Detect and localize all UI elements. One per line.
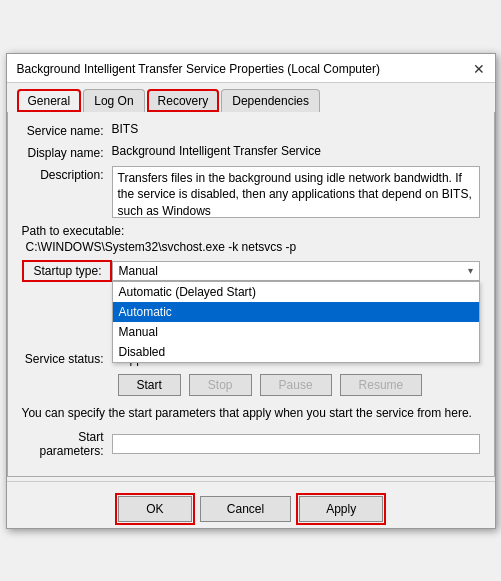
path-value: C:\WINDOWS\System32\svchost.exe -k netsv… (22, 240, 480, 254)
apply-button[interactable]: Apply (299, 496, 383, 522)
startup-type-select[interactable]: Manual ▾ (112, 261, 480, 281)
startup-type-dropdown-container: Manual ▾ Automatic (Delayed Start) Autom… (112, 261, 480, 281)
stop-button[interactable]: Stop (189, 374, 252, 396)
service-name-label: Service name: (22, 122, 112, 138)
tab-content: Service name: BITS Display name: Backgro… (7, 112, 495, 477)
info-text: You can specify the start parameters tha… (22, 404, 480, 422)
footer-buttons: OK Cancel Apply (7, 490, 495, 528)
startup-type-row: Startup type: Manual ▾ Automatic (Delaye… (22, 260, 480, 282)
pause-button[interactable]: Pause (260, 374, 332, 396)
startup-type-dropdown-list: Automatic (Delayed Start) Automatic Manu… (112, 281, 480, 363)
service-name-value: BITS (112, 122, 480, 136)
description-value: Transfers files in the background using … (112, 166, 480, 218)
path-label: Path to executable: (22, 224, 480, 238)
resume-button[interactable]: Resume (340, 374, 423, 396)
startup-type-label: Startup type: (22, 260, 112, 282)
display-name-label: Display name: (22, 144, 112, 160)
display-name-row: Display name: Background Intelligent Tra… (22, 144, 480, 160)
tab-recovery[interactable]: Recovery (147, 89, 220, 112)
title-bar: Background Intelligent Transfer Service … (7, 54, 495, 83)
dropdown-option-delayed[interactable]: Automatic (Delayed Start) (113, 282, 479, 302)
tab-logon[interactable]: Log On (83, 89, 144, 112)
tab-bar: General Log On Recovery Dependencies (7, 83, 495, 112)
tab-general[interactable]: General (17, 89, 82, 112)
dropdown-arrow-icon: ▾ (468, 265, 473, 276)
close-button[interactable]: ✕ (473, 62, 485, 76)
footer-divider (7, 481, 495, 482)
window-title: Background Intelligent Transfer Service … (17, 62, 381, 76)
path-section: Path to executable: C:\WINDOWS\System32\… (22, 224, 480, 254)
properties-window: Background Intelligent Transfer Service … (6, 53, 496, 529)
service-status-label: Service status: (22, 352, 112, 366)
startup-type-current: Manual (119, 264, 468, 278)
service-name-row: Service name: BITS (22, 122, 480, 138)
start-params-input[interactable] (112, 434, 480, 454)
start-button[interactable]: Start (118, 374, 181, 396)
tab-dependencies[interactable]: Dependencies (221, 89, 320, 112)
dropdown-option-automatic[interactable]: Automatic (113, 302, 479, 322)
display-name-value: Background Intelligent Transfer Service (112, 144, 480, 158)
service-control-buttons: Start Stop Pause Resume (22, 374, 480, 396)
ok-button[interactable]: OK (118, 496, 192, 522)
start-params-row: Start parameters: (22, 430, 480, 458)
cancel-button[interactable]: Cancel (200, 496, 291, 522)
dropdown-option-disabled[interactable]: Disabled (113, 342, 479, 362)
start-params-label: Start parameters: (22, 430, 112, 458)
description-row: Description: Transfers files in the back… (22, 166, 480, 218)
description-label: Description: (22, 166, 112, 182)
dropdown-option-manual[interactable]: Manual (113, 322, 479, 342)
